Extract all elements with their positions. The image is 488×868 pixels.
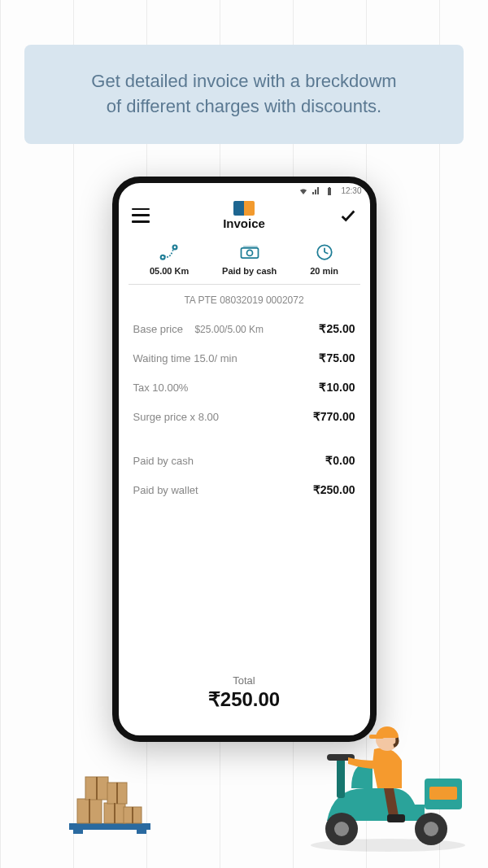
line-waiting: Waiting time 15.0/ min ₹75.00 [133, 343, 355, 373]
battery-icon [325, 186, 334, 196]
svg-rect-6 [243, 246, 258, 248]
summary-distance-label: 05.00 Km [150, 266, 189, 276]
line-tax: Tax 10.00% ₹10.00 [133, 373, 355, 402]
page-title: Invoice [223, 216, 265, 230]
svg-point-31 [424, 822, 438, 836]
line-amount: ₹25.00 [319, 322, 355, 335]
total-block: Total ₹250.00 [119, 674, 370, 711]
svg-line-9 [325, 252, 328, 254]
route-icon [150, 242, 189, 263]
summary-payment-label: Paid by cash [222, 266, 277, 276]
line-base-price: Base price $25.00/5.00 Km ₹25.00 [133, 314, 355, 343]
svg-rect-10 [69, 823, 150, 830]
line-paid-wallet: Paid by wallet ₹250.00 [133, 475, 355, 504]
cash-icon [222, 242, 277, 263]
line-amount: ₹770.00 [313, 410, 355, 423]
boxes-illustration-icon [65, 762, 155, 835]
line-label: Paid by cash [133, 455, 194, 467]
app-header: Invoice [119, 198, 370, 235]
svg-point-5 [246, 250, 252, 255]
svg-point-3 [174, 246, 176, 248]
invoice-id: TA PTE 08032019 0002072 [119, 285, 370, 314]
summary-duration-label: 20 min [310, 266, 338, 276]
phone-frame: 12:30 Invoice 05.00 Km Paid by cash [112, 177, 377, 742]
trip-summary: 05.00 Km Paid by cash 20 min [129, 235, 360, 285]
line-label: Tax 10.00% [133, 382, 189, 394]
line-label: Waiting time 15.0/ min [133, 352, 237, 364]
total-label: Total [119, 674, 370, 687]
svg-rect-11 [73, 829, 83, 834]
status-bar: 12:30 [119, 183, 370, 198]
summary-payment: Paid by cash [222, 242, 277, 276]
wifi-icon [298, 186, 308, 196]
svg-rect-25 [429, 787, 457, 800]
banner-line2: of different charges with discounts. [41, 94, 447, 120]
line-sub: $25.00/5.00 Km [194, 324, 264, 335]
confirm-button[interactable] [339, 207, 357, 225]
line-amount: ₹250.00 [313, 483, 355, 496]
invoice-lines: Base price $25.00/5.00 Km ₹25.00 Waiting… [119, 314, 370, 504]
line-label: Paid by wallet [133, 484, 198, 496]
banner-line1: Get detailed invoice with a breckdowm [41, 69, 447, 94]
svg-rect-34 [369, 735, 384, 739]
signal-icon [312, 186, 321, 196]
clock-icon [310, 242, 338, 263]
line-amount: ₹75.00 [319, 351, 355, 364]
svg-rect-12 [137, 829, 146, 834]
marketing-banner: Get detailed invoice with a breckdowm of… [24, 45, 464, 144]
summary-distance: 05.00 Km [150, 242, 189, 276]
svg-point-1 [162, 255, 164, 258]
svg-point-29 [334, 822, 349, 836]
app-logo-icon [233, 201, 255, 216]
header-center: Invoice [223, 201, 265, 230]
svg-rect-32 [387, 814, 405, 822]
delivery-scooter-illustration-icon [303, 707, 473, 853]
menu-button[interactable] [132, 208, 150, 223]
line-paid-cash: Paid by cash ₹0.00 [133, 446, 355, 475]
line-surge: Surge price x 8.00 ₹770.00 [133, 402, 355, 431]
status-time: 12:30 [341, 186, 361, 195]
summary-duration: 20 min [310, 242, 338, 276]
line-amount: ₹0.00 [325, 454, 355, 467]
line-label: Base price [133, 323, 183, 335]
line-label: Surge price x 8.00 [133, 411, 220, 423]
line-amount: ₹10.00 [319, 381, 355, 394]
svg-rect-26 [337, 759, 345, 798]
